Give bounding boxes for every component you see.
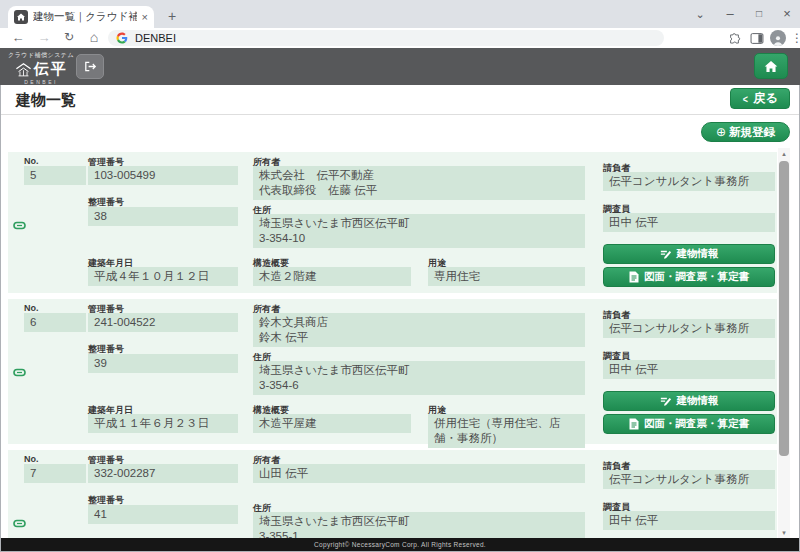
building-record-card: No. 5 管理番号 103-005499 整理番号 38 建築年月日 平成４年… [8,152,777,293]
document-icon [629,418,639,430]
close-window-button[interactable]: × [773,0,800,28]
action-bar: ⊕ 新規登録 [1,116,799,148]
new-registration-button[interactable]: ⊕ 新規登録 [701,122,790,142]
documents-label: 図面・調査票・算定書 [644,270,749,284]
browser-toolbar: ← → ↻ ⌂ DENBEI ⋮ [0,28,800,48]
building-info-label: 建物情報 [677,247,719,261]
field-structure: 木造平屋建 [253,414,411,433]
document-icon [629,271,639,283]
field-no: 7 [24,464,86,483]
back-chevron-icon: < [743,93,748,105]
browser-window: 建物一覧｜クラウド補償システム 伝平 × + ⌄ – □ × ← → ↻ ⌂ D… [0,0,800,552]
field-owner: 山田 伝平 [253,464,585,483]
tab-close-icon[interactable]: × [142,12,148,23]
side-panel-icon[interactable] [750,29,764,47]
field-use: 併用住宅（専用住宅、店舗・事務所） [428,414,585,448]
documents-label: 図面・調査票・算定書 [644,417,749,431]
field-kanri: 332-002287 [88,464,238,483]
field-use: 専用住宅 [428,267,585,286]
logo-system-name: クラウド補償システム [8,51,74,60]
nav-back-icon[interactable]: ← [8,28,28,48]
field-kanri: 103-005499 [88,166,238,185]
browser-home-icon[interactable]: ⌂ [84,28,104,48]
field-seiri: 39 [88,354,238,373]
building-record-card: No. 7 管理番号 332-002287 整理番号 41 所有者 山田 伝平 … [8,450,777,538]
label-no: No. [24,303,39,313]
field-seiri: 38 [88,207,238,226]
page-footer: Copyright© NecessaryCom Corp. All Rights… [1,538,799,551]
tab-title: 建物一覧｜クラウド補償システム 伝平 [33,10,137,24]
field-built: 平成１１年６月２３日 [88,414,238,433]
app-home-button[interactable] [754,53,788,79]
minimize-button[interactable]: – [716,0,744,28]
scroll-up-icon[interactable]: ▴ [778,148,790,159]
address-text: DENBEI [135,32,176,44]
scrollbar-thumb[interactable] [779,161,789,456]
browser-tab[interactable]: 建物一覧｜クラウド補償システム 伝平 × [8,6,154,28]
field-no: 6 [24,313,86,332]
field-address: 埼玉県さいたま市西区伝平町 3-355-1 [253,512,585,538]
link-icon[interactable] [13,514,26,532]
logo-main-text: 伝平 [34,60,68,79]
page-back-button[interactable]: < 戻る [730,88,790,109]
browser-menu-icon[interactable]: ⋮ [791,29,800,47]
building-info-label: 建物情報 [677,394,719,408]
label-no: No. [24,454,39,464]
field-owner: 株式会社 伝平不動産 代表取締役 佐藤 伝平 [253,166,585,200]
field-kanri: 241-004522 [88,313,238,332]
building-list: No. 5 管理番号 103-005499 整理番号 38 建築年月日 平成４年… [8,148,777,538]
page-title: 建物一覧 [16,91,76,110]
field-address: 埼玉県さいたま市西区伝平町 3-354-10 [253,214,585,248]
field-owner: 鈴木文具商店 鈴木 伝平 [253,313,585,347]
scroll-down-icon[interactable]: ▾ [778,527,790,538]
field-investigator: 田中 伝平 [603,360,775,379]
list-edit-icon [660,249,672,260]
building-info-button[interactable]: 建物情報 [603,391,775,411]
field-investigator: 田中 伝平 [603,213,775,232]
denbei-house-icon [15,62,32,77]
maximize-button[interactable]: □ [745,0,773,28]
logout-button[interactable] [76,54,104,79]
field-address: 埼玉県さいたま市西区伝平町 3-354-6 [253,361,585,395]
google-icon [116,32,128,44]
extensions-icon[interactable] [728,29,741,47]
plus-circle-icon: ⊕ [716,125,726,139]
app-logo[interactable]: クラウド補償システム 伝平 DENBEI [8,51,74,85]
link-icon[interactable] [13,216,26,234]
field-built: 平成４年１０月１２日 [88,267,238,286]
app-header: クラウド補償システム 伝平 DENBEI [0,48,800,85]
documents-button[interactable]: 図面・調査票・算定書 [603,267,775,287]
new-registration-label: 新規登録 [729,125,775,140]
nav-forward-icon[interactable]: → [34,28,54,48]
home-icon [764,60,778,73]
field-seiri: 41 [88,505,238,524]
field-investigator: 田中 伝平 [603,511,775,530]
field-contractor: 伝平コンサルタント事務所 [603,470,775,489]
list-edit-icon [660,396,672,407]
building-record-card: No. 6 管理番号 241-004522 整理番号 39 建築年月日 平成１１… [8,299,777,444]
field-no: 5 [24,166,86,185]
new-tab-button[interactable]: + [163,7,181,25]
back-button-label: 戻る [754,90,778,107]
field-contractor: 伝平コンサルタント事務所 [603,319,775,338]
address-bar[interactable]: DENBEI [108,30,664,46]
reload-icon[interactable]: ↻ [59,28,79,48]
logout-icon [83,60,97,73]
tab-bar: 建物一覧｜クラウド補償システム 伝平 × + ⌄ – □ × [0,0,800,28]
copyright-text: Copyright© NecessaryCom Corp. All Rights… [314,541,486,548]
field-contractor: 伝平コンサルタント事務所 [603,172,775,191]
tab-search-icon[interactable]: ⌄ [686,0,714,28]
link-icon[interactable] [13,363,26,381]
field-structure: 木造２階建 [253,267,411,286]
building-info-button[interactable]: 建物情報 [603,244,775,264]
page-title-bar: 建物一覧 < 戻る [1,85,799,115]
label-no: No. [24,156,39,166]
site-favicon-icon [14,10,28,24]
profile-avatar[interactable] [770,29,786,47]
scrollbar: ▴ ▾ [778,148,790,538]
documents-button[interactable]: 図面・調査票・算定書 [603,414,775,434]
